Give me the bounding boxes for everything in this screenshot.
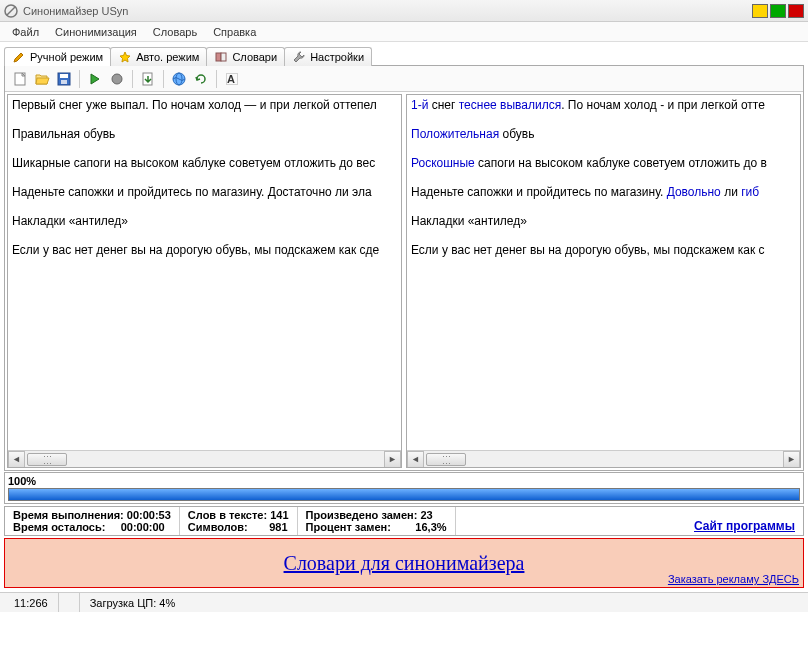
tab-manual[interactable]: Ручной режим <box>4 47 111 66</box>
site-link[interactable]: Сайт программы <box>694 519 795 533</box>
scroll-right-icon[interactable]: ► <box>384 451 401 468</box>
banner-main-link[interactable]: Словари для синонимайзера <box>284 552 525 575</box>
source-text-pane[interactable]: Первый снег уже выпал. По ночам холод — … <box>7 94 402 468</box>
src-line: Шикарные сапоги на высоком каблуке совет… <box>12 156 397 170</box>
tab-manual-label: Ручной режим <box>30 51 103 63</box>
open-button[interactable] <box>32 69 52 89</box>
svg-rect-7 <box>61 80 67 84</box>
window-title: Синонимайзер USyn <box>23 5 752 17</box>
res-line: Положительная обувь <box>411 127 796 141</box>
pencil-icon <box>12 50 26 64</box>
menubar: Файл Синонимизация Словарь Справка <box>0 22 808 42</box>
scroll-thumb[interactable] <box>27 453 67 466</box>
titlebar: Синонимайзер USyn <box>0 0 808 22</box>
res-line: Роскошные сапоги на высоком каблуке сове… <box>411 156 796 170</box>
ad-banner: Словари для синонимайзера Заказать рекла… <box>4 538 804 588</box>
res-line: 1-й снег теснее вывалился. По ночам холо… <box>411 98 796 112</box>
refresh-button[interactable] <box>191 69 211 89</box>
maximize-button[interactable] <box>770 4 786 18</box>
svg-line-1 <box>7 7 15 15</box>
res-line: Накладки «антилед» <box>411 214 796 228</box>
src-line: Если у вас нет денег вы на дорогую обувь… <box>12 243 397 257</box>
progress-label: 100% <box>8 475 36 487</box>
statusbar: 11:266 Загрузка ЦП: 4% <box>0 592 808 612</box>
tab-auto[interactable]: Авто. режим <box>110 47 207 66</box>
app-icon <box>4 4 18 18</box>
globe-button[interactable] <box>169 69 189 89</box>
stop-button[interactable] <box>107 69 127 89</box>
save-button[interactable] <box>54 69 74 89</box>
src-line: Накладки «антилед» <box>12 214 397 228</box>
src-line: Правильная обувь <box>12 127 397 141</box>
star-icon <box>118 50 132 64</box>
svg-rect-3 <box>221 53 226 61</box>
menu-help[interactable]: Справка <box>205 24 264 40</box>
tab-dictionaries[interactable]: Словари <box>206 47 285 66</box>
tab-settings[interactable]: Настройки <box>284 47 372 66</box>
status-position: 11:266 <box>4 593 59 612</box>
scroll-left-icon[interactable]: ◄ <box>407 451 424 468</box>
svg-point-8 <box>112 74 122 84</box>
minimize-button[interactable] <box>752 4 768 18</box>
menu-file[interactable]: Файл <box>4 24 47 40</box>
tab-auto-label: Авто. режим <box>136 51 199 63</box>
progress-bar <box>8 488 800 501</box>
toolbar: A <box>5 66 803 92</box>
source-hscroll[interactable]: ◄ ► <box>8 450 401 467</box>
scroll-left-icon[interactable]: ◄ <box>8 451 25 468</box>
svg-text:A: A <box>227 73 235 85</box>
run-button[interactable] <box>85 69 105 89</box>
menu-synonymize[interactable]: Синонимизация <box>47 24 145 40</box>
res-line: Если у вас нет денег вы на дорогую обувь… <box>411 243 796 257</box>
scroll-right-icon[interactable]: ► <box>783 451 800 468</box>
wrench-icon <box>292 50 306 64</box>
result-hscroll[interactable]: ◄ ► <box>407 450 800 467</box>
book-icon <box>214 50 228 64</box>
banner-order-link[interactable]: Заказать рекламу ЗДЕСЬ <box>668 573 799 585</box>
new-button[interactable] <box>10 69 30 89</box>
stats-panel: Время выполнения: 00:00:53 Время осталос… <box>4 506 804 536</box>
src-line: Первый снег уже выпал. По ночам холод — … <box>12 98 397 112</box>
export-button[interactable] <box>138 69 158 89</box>
tab-dicts-label: Словари <box>232 51 277 63</box>
tab-settings-label: Настройки <box>310 51 364 63</box>
src-line: Наденьте сапожки и пройдитесь по магазин… <box>12 185 397 199</box>
res-line: Наденьте сапожки и пройдитесь по магазин… <box>411 185 796 199</box>
svg-rect-6 <box>60 74 68 78</box>
menu-dictionary[interactable]: Словарь <box>145 24 205 40</box>
status-cpu: Загрузка ЦП: 4% <box>80 593 186 612</box>
close-button[interactable] <box>788 4 804 18</box>
font-button[interactable]: A <box>222 69 242 89</box>
svg-rect-2 <box>216 53 221 61</box>
tab-bar: Ручной режим Авто. режим Словари Настрой… <box>4 46 804 65</box>
progress-area: 100% <box>4 472 804 504</box>
scroll-thumb[interactable] <box>426 453 466 466</box>
result-text-pane[interactable]: 1-й снег теснее вывалился. По ночам холо… <box>406 94 801 468</box>
